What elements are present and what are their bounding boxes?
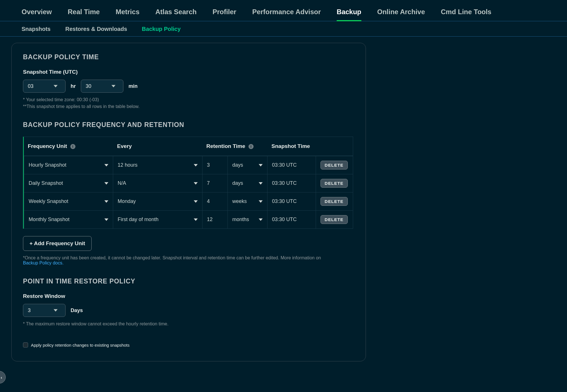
tab-performance-advisor[interactable]: Performance Advisor <box>252 8 321 21</box>
frequency-unit-select[interactable]: Hourly Snapshot <box>24 156 113 174</box>
frequency-unit-select[interactable]: Daily Snapshot <box>24 175 113 192</box>
snapshot-minute-select[interactable]: 30 <box>81 80 123 93</box>
tab-atlas-search[interactable]: Atlas Search <box>155 8 197 21</box>
retention-number-input[interactable] <box>206 162 222 168</box>
col-snapshot-time: Snapshot Time <box>267 137 316 156</box>
every-select[interactable]: N/A <box>113 175 202 192</box>
restore-window-label: Restore Window <box>23 293 354 299</box>
retention-unit-select[interactable]: days <box>228 175 267 192</box>
add-frequency-unit-button[interactable]: + Add Frequency Unit <box>23 236 92 251</box>
col-retention-time: Retention Time i <box>203 137 267 156</box>
tab-online-archive[interactable]: Online Archive <box>377 8 425 21</box>
every-select[interactable]: Monday <box>113 193 202 210</box>
tab-real-time[interactable]: Real Time <box>68 8 100 21</box>
tab-backup[interactable]: Backup <box>337 8 361 21</box>
snapshot-time-value: 03:30 UTC <box>267 156 316 174</box>
tab-metrics[interactable]: Metrics <box>116 8 140 21</box>
retention-unit-select[interactable]: days <box>228 156 267 174</box>
heading-policy-time: BACKUP POLICY TIME <box>23 53 354 61</box>
every-select[interactable]: First day of month <box>113 211 202 228</box>
retention-unit-select[interactable]: weeks <box>228 193 267 210</box>
snapshot-time-row: 03 hr 30 min <box>23 80 354 93</box>
table-row: Weekly SnapshotMondayweeks03:30 UTCDELET… <box>24 192 353 210</box>
restore-window-note: * The maximum restore window cannot exce… <box>23 321 176 327</box>
restore-window-unit: Days <box>71 308 83 313</box>
tab-profiler[interactable]: Profiler <box>212 8 236 21</box>
collapse-panel-button[interactable]: ‹ <box>0 371 6 383</box>
col-every: Every <box>113 137 203 156</box>
retention-number-input[interactable] <box>206 216 222 223</box>
col-actions <box>316 137 353 156</box>
frequency-table: Frequency Unit i Every Retention Time i … <box>23 137 353 229</box>
minute-unit-label: min <box>128 83 138 89</box>
delete-button[interactable]: DELETE <box>321 197 348 206</box>
tab-cmd-line-tools[interactable]: Cmd Line Tools <box>441 8 491 21</box>
snapshot-time-value: 03:30 UTC <box>267 175 316 192</box>
subtab-snapshots[interactable]: Snapshots <box>22 26 50 36</box>
info-icon[interactable]: i <box>70 144 75 149</box>
snapshot-hour-select[interactable]: 03 <box>23 80 66 93</box>
restore-window-select[interactable]: 3 <box>23 304 66 317</box>
delete-button[interactable]: DELETE <box>321 179 348 188</box>
backup-subtabs: Snapshots Restores & Downloads Backup Po… <box>0 21 567 37</box>
retention-number-input[interactable] <box>206 180 222 187</box>
applies-note: **This snapshot time applies to all rows… <box>23 104 354 109</box>
snapshot-time-value: 03:30 UTC <box>267 211 316 228</box>
retention-number-input[interactable] <box>206 198 222 205</box>
info-icon[interactable]: i <box>248 144 254 149</box>
heading-pitr: POINT IN TIME RESTORE POLICY <box>23 277 354 285</box>
timezone-note: * Your selected time zone: 00:30 (-03) <box>23 97 354 102</box>
backup-policy-docs-link[interactable]: Backup Policy docs. <box>23 260 64 265</box>
table-row: Hourly Snapshot12 hoursdays03:30 UTCDELE… <box>24 156 353 174</box>
subtab-restores-downloads[interactable]: Restores & Downloads <box>65 26 127 36</box>
snapshot-time-label: Snapshot Time (UTC) <box>23 69 354 75</box>
heading-frequency-retention: BACKUP POLICY FREQUENCY AND RETENTION <box>23 121 354 129</box>
main-tabs: Overview Real Time Metrics Atlas Search … <box>0 0 567 21</box>
snapshot-time-value: 03:30 UTC <box>267 193 316 210</box>
subtab-backup-policy[interactable]: Backup Policy <box>142 26 181 36</box>
frequency-unit-select[interactable]: Monthly Snapshot <box>24 211 113 228</box>
table-row: Daily SnapshotN/Adays03:30 UTCDELETE <box>24 174 353 192</box>
retention-unit-select[interactable]: months <box>228 211 267 228</box>
apply-retention-checkbox[interactable] <box>23 342 28 347</box>
apply-retention-row: Apply policy retention changes to existi… <box>23 342 354 347</box>
table-row: Monthly SnapshotFirst day of monthmonths… <box>24 210 353 228</box>
delete-button[interactable]: DELETE <box>321 215 348 224</box>
frequency-unit-select[interactable]: Weekly Snapshot <box>24 193 113 210</box>
hour-unit-label: hr <box>71 83 76 89</box>
delete-button[interactable]: DELETE <box>321 161 348 169</box>
every-select[interactable]: 12 hours <box>113 156 202 174</box>
col-frequency-unit: Frequency Unit i <box>24 137 113 156</box>
backup-policy-panel: BACKUP POLICY TIME Snapshot Time (UTC) 0… <box>11 43 366 361</box>
frequency-footnote: *Once a frequency unit has been created,… <box>23 255 335 266</box>
apply-retention-label: Apply policy retention changes to existi… <box>31 343 130 347</box>
tab-overview[interactable]: Overview <box>22 8 52 21</box>
